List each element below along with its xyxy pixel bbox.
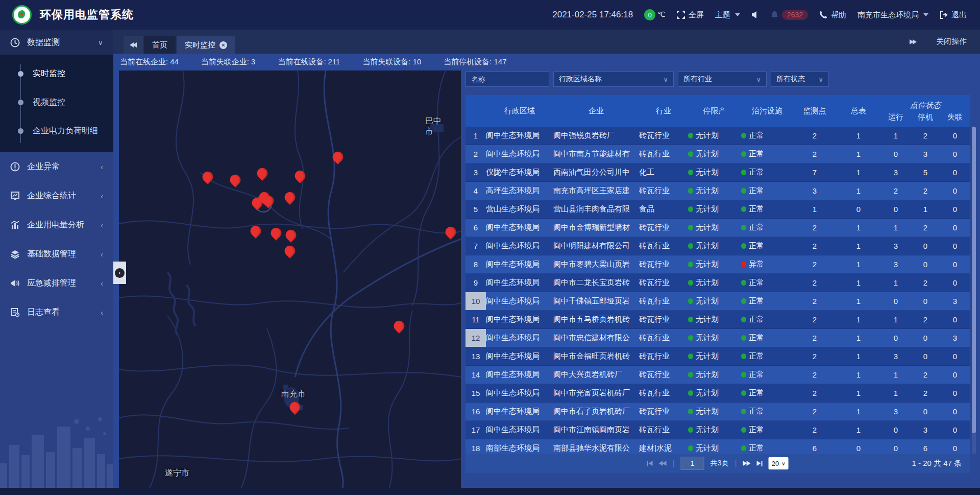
sidebar-item-3[interactable]: 企业用电量分析‹ — [0, 210, 113, 240]
table-scrollbar[interactable] — [972, 127, 976, 454]
table-header: 行政区域企业行业停限产治污设施监测点总表点位状态运行停机失联 — [465, 95, 970, 127]
cell-company: 阆中市金福旺页岩机砖 — [553, 347, 639, 365]
cell-running: 1 — [881, 219, 911, 237]
cell-lost: 0 — [940, 274, 970, 292]
table-row[interactable]: 6阆中生态环境局阆中市金博瑞新型墙材砖瓦行业无计划正常21120 — [465, 219, 970, 237]
megaphone-icon — [10, 278, 20, 288]
table-row[interactable]: 4高坪生态环境局南充市高坪区王家店建砖瓦行业无计划正常31220 — [465, 182, 970, 200]
chevron-left-icon: ‹ — [101, 192, 103, 200]
cell-running: 1 — [881, 127, 911, 145]
table-row[interactable]: 7阆中生态环境局阆中明阳建材有限公司砖瓦行业无计划正常21300 — [465, 237, 970, 255]
table-row[interactable]: 8阆中生态环境局阆中市枣碧大梁山页岩砖瓦行业无计划异常21300 — [465, 255, 970, 274]
sidebar-item-4[interactable]: 基础数据管理‹ — [0, 240, 113, 269]
sidebar-subitem[interactable]: 企业电力负荷明细 — [0, 116, 113, 145]
status-dot-icon — [741, 317, 746, 322]
map-panel[interactable]: 巴中市南充市遂宁市 — [119, 70, 461, 488]
table-row[interactable]: 10阆中生态环境局阆中千佛镇五郎垭页岩砖瓦行业无计划正常21003 — [465, 292, 970, 311]
next-page-button[interactable] — [743, 461, 751, 466]
sidebar-subitem[interactable]: 实时监控 — [0, 59, 113, 88]
status-select[interactable]: 所有状态∨ — [771, 72, 829, 87]
cell-running: 1 — [881, 384, 911, 402]
row-index: 4 — [465, 182, 486, 200]
sidebar-item-5[interactable]: 应急减排管理‹ — [0, 269, 113, 298]
table-row[interactable]: 1阆中生态环境局阆中强锐页岩砖厂砖瓦行业无计划正常21120 — [465, 127, 970, 145]
sidebar-collapse-button[interactable]: ‹ — [113, 262, 126, 284]
status-dot-icon — [741, 170, 746, 175]
status-dot-icon — [741, 280, 746, 286]
cell-facility: 正常 — [741, 274, 793, 292]
tabs-scroll-left-button[interactable] — [124, 36, 143, 54]
cell-running: 1 — [881, 311, 911, 328]
org-dropdown[interactable]: 南充市生态环境局 — [857, 10, 928, 20]
help-button[interactable]: 帮助 — [819, 10, 846, 20]
temperature-unit: ℃ — [657, 9, 666, 18]
sidebar-item-2[interactable]: 企业综合统计‹ — [0, 181, 113, 210]
cell-total-meter: 1 — [836, 237, 881, 255]
status-dot-icon — [688, 225, 693, 230]
status-dot-icon — [741, 445, 746, 451]
cell-region: 阆中生态环境局 — [486, 219, 553, 237]
cell-running: 3 — [881, 347, 911, 365]
logout-button[interactable]: 退出 — [940, 10, 967, 20]
tabs-scroll-right-button[interactable] — [903, 33, 923, 51]
name-search-input[interactable] — [465, 72, 549, 87]
cell-running: 1 — [881, 366, 911, 384]
sidebar-item-0[interactable]: 数据监测∨ — [0, 30, 113, 55]
cell-total-meter: 1 — [836, 292, 881, 310]
tab-实时监控[interactable]: 实时监控× — [177, 36, 235, 54]
table-row[interactable]: 15阆中生态环境局阆中市光富页岩机砖厂砖瓦行业无计划正常21120 — [465, 384, 970, 403]
table-row[interactable]: 16阆中生态环境局阆中市石子页岩机砖厂砖瓦行业无计划正常21300 — [465, 403, 970, 421]
cell-stop-plan: 无计划 — [688, 403, 741, 420]
cell-company: 阆中市江南镇阆南页岩 — [553, 421, 639, 439]
chevron-left-icon: ‹ — [101, 279, 103, 288]
table-row[interactable]: 13阆中生态环境局阆中市金福旺页岩机砖砖瓦行业无计划正常21300 — [465, 347, 970, 366]
region-select[interactable]: 行政区域名称∨ — [553, 72, 674, 87]
table-row[interactable]: 14阆中生态环境局阆中大兴页岩机砖厂砖瓦行业无计划正常21120 — [465, 366, 970, 384]
fullscreen-button[interactable]: 全屏 — [677, 10, 704, 20]
cell-monitor-count: 2 — [793, 421, 836, 439]
cell-facility: 正常 — [741, 163, 793, 181]
close-icon[interactable]: × — [219, 41, 227, 49]
status-dot-icon — [688, 262, 693, 267]
table-row[interactable]: 18南部生态环境局南部县驰华水泥有限公建材|水泥无计划正常60060 — [465, 439, 970, 454]
sidebar-subitem[interactable]: 视频监控 — [0, 88, 113, 116]
status-dot-icon — [688, 427, 693, 433]
theme-dropdown[interactable]: 主题 — [715, 10, 740, 20]
table-row[interactable]: 9阆中生态环境局阆中市二龙长宝页岩砖砖瓦行业无计划正常21120 — [465, 274, 970, 292]
status-count: 当前失联设备:10 — [362, 57, 421, 67]
cell-lost: 0 — [940, 403, 970, 420]
cell-facility: 正常 — [741, 145, 793, 163]
table-row[interactable]: 5营山生态环境局营山县润丰肉食品有限食品无计划正常10010 — [465, 200, 970, 219]
sidebar-item-1[interactable]: 企业异常‹ — [0, 152, 113, 181]
notifications-button[interactable]: 2632 — [771, 10, 808, 20]
cell-company: 阆中大兴页岩机砖厂 — [553, 366, 639, 384]
first-page-button[interactable] — [647, 461, 653, 466]
table-row[interactable]: 11阆中生态环境局阆中市五马桥页岩机砖砖瓦行业无计划正常21120 — [465, 311, 970, 329]
cell-facility: 正常 — [741, 182, 793, 200]
table-row[interactable]: 12阆中生态环境局阆中市忠信建材有限公砖瓦行业无计划正常21003 — [465, 329, 970, 347]
sidebar-item-6[interactable]: 日志查看‹ — [0, 298, 113, 327]
close-operations-button[interactable]: 关闭操作 — [936, 37, 967, 46]
prev-page-button[interactable] — [659, 461, 667, 466]
cell-lost: 0 — [940, 182, 970, 200]
cell-monitor-count: 2 — [793, 366, 836, 384]
industry-select[interactable]: 所有行业∨ — [678, 72, 767, 87]
status-dot-icon — [688, 133, 693, 138]
filter-bar: 行政区域名称∨ 所有行业∨ 所有状态∨ — [465, 72, 829, 87]
page-number-input[interactable] — [681, 457, 704, 470]
table-row[interactable]: 17阆中生态环境局阆中市江南镇阆南页岩砖瓦行业无计划正常21030 — [465, 421, 970, 439]
table-row[interactable]: 3仪陇生态环境局西南油气田分公司川中化工无计划正常71350 — [465, 163, 970, 182]
table-row[interactable]: 2阆中生态环境局阆中市南方节能建材有砖瓦行业无计划正常21030 — [465, 145, 970, 163]
page-size-select[interactable]: 20∨ — [769, 457, 789, 469]
tab-首页[interactable]: 首页 — [144, 36, 176, 54]
row-index: 2 — [465, 145, 486, 163]
mute-button[interactable] — [751, 11, 760, 19]
cell-monitor-count: 2 — [793, 329, 836, 347]
row-index: 7 — [465, 237, 486, 255]
cell-company: 阆中市忠信建材有限公 — [553, 329, 639, 347]
cell-running: 3 — [881, 163, 911, 181]
cell-lost: 0 — [940, 145, 970, 163]
cell-stop-plan: 无计划 — [688, 237, 741, 255]
last-page-button[interactable] — [757, 461, 763, 466]
cell-company: 阆中市枣碧大梁山页岩 — [553, 255, 639, 273]
